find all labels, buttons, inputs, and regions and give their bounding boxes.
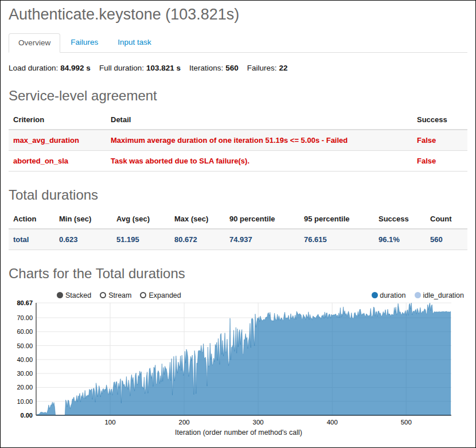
totals-cell-count: 560 xyxy=(426,229,467,250)
chart-style-stacked[interactable]: Stacked xyxy=(57,291,91,299)
sla-success: False xyxy=(412,151,467,172)
y-tick-label: 70.00 xyxy=(17,314,33,321)
totals-cell-action: total xyxy=(9,229,54,250)
y-tick-label: 40.00 xyxy=(17,356,33,363)
x-tick-label: 500 xyxy=(401,419,412,426)
legend-swatch-icon xyxy=(415,292,421,298)
durations-area-chart[interactable]: 0.0010.0020.0030.0040.0050.0060.0070.008… xyxy=(9,300,469,428)
totals-header-row: ActionMin (sec)Avg (sec)Max (sec)90 perc… xyxy=(9,209,467,229)
summary-failures: Failures:22 xyxy=(247,64,288,72)
totals-row-total: total0.62351.19580.67274.93776.61596.1%5… xyxy=(9,229,467,250)
style-controls: StackedStreamExpanded xyxy=(57,291,190,299)
sla-col-detail: Detail xyxy=(106,110,412,130)
sla-row-aborted_on_sla: aborted_on_slaTask was aborted due to SL… xyxy=(9,151,467,172)
radio-icon xyxy=(57,292,63,298)
y-tick-label: 20.00 xyxy=(17,384,33,391)
sla-success: False xyxy=(412,130,467,151)
sla-header-row: CriterionDetailSuccess xyxy=(9,110,467,130)
legend-item-idle_duration[interactable]: idle_duration xyxy=(415,291,464,299)
x-tick-label: 200 xyxy=(179,419,190,426)
y-tick-label: 50.00 xyxy=(17,342,33,349)
sla-col-success: Success xyxy=(412,110,467,130)
totals-cell-min-sec: 0.623 xyxy=(54,229,112,250)
totals-cell-90-percentile: 74.937 xyxy=(225,229,299,250)
chart-style-stream[interactable]: Stream xyxy=(100,291,131,299)
legend-item-duration[interactable]: duration xyxy=(372,291,405,299)
sla-criterion: max_avg_duration xyxy=(9,130,106,151)
totals-cell-success: 96.1% xyxy=(374,229,426,250)
totals-body: total0.62351.19580.67274.93776.61596.1%5… xyxy=(9,229,467,250)
x-tick-label: 100 xyxy=(104,419,115,426)
chart-style-expanded[interactable]: Expanded xyxy=(140,291,181,299)
tab-overview[interactable]: Overview xyxy=(9,33,60,53)
page-title: Authenticate.keystone (103.821s) xyxy=(9,4,467,25)
sla-row-max_avg_duration: max_avg_durationMaximum average duration… xyxy=(9,130,467,151)
tab-input-task[interactable]: Input task xyxy=(108,33,161,53)
x-axis-caption: Iteration (order number of method's call… xyxy=(9,428,469,437)
totals-col-max-sec: Max (sec) xyxy=(170,209,225,229)
sla-heading: Service-level agreement xyxy=(9,88,467,104)
radio-icon xyxy=(100,292,106,298)
sla-criterion: aborted_on_sla xyxy=(9,151,106,172)
totals-col-success: Success xyxy=(374,209,426,229)
chart-controls: StackedStreamExpanded durationidle_durat… xyxy=(9,291,467,299)
sla-col-criterion: Criterion xyxy=(9,110,106,130)
legend-swatch-icon xyxy=(372,292,378,298)
totals-col-action: Action xyxy=(9,209,54,229)
totals-cell-avg-sec: 51.195 xyxy=(112,229,170,250)
totals-cell-max-sec: 80.672 xyxy=(170,229,225,250)
totals-col-90-percentile: 90 percentile xyxy=(225,209,299,229)
summary-stats: Load duration:84.992 sFull duration:103.… xyxy=(9,64,467,72)
totals-heading: Total durations xyxy=(9,187,467,204)
sla-body: max_avg_durationMaximum average duration… xyxy=(9,130,467,172)
totals-col-count: Count xyxy=(426,209,467,229)
tab-bar: OverviewFailuresInput task xyxy=(9,33,467,53)
duration-area-series[interactable] xyxy=(37,303,450,415)
sla-table: CriterionDetailSuccess max_avg_durationM… xyxy=(9,110,467,172)
x-tick-label: 400 xyxy=(327,419,338,426)
y-tick-label: 30.00 xyxy=(17,370,33,377)
sla-detail: Task was aborted due to SLA failure(s). xyxy=(106,151,412,172)
totals-cell-95-percentile: 76.615 xyxy=(299,229,374,250)
x-tick-label: 300 xyxy=(253,419,264,426)
charts-heading: Charts for the Total durations xyxy=(9,266,467,282)
totals-col-95-percentile: 95 percentile xyxy=(299,209,374,229)
chart-legend: durationidle_duration xyxy=(362,291,464,299)
rally-task-report: Authenticate.keystone (103.821s) Overvie… xyxy=(0,0,476,448)
totals-col-min-sec: Min (sec) xyxy=(54,209,112,229)
y-tick-label: 10.00 xyxy=(17,398,33,405)
totals-col-avg-sec: Avg (sec) xyxy=(112,209,170,229)
radio-icon xyxy=(140,292,146,298)
y-tick-label: 60.00 xyxy=(17,328,33,335)
y-tick-label: 80.67 xyxy=(17,300,33,306)
summary-full-duration: Full duration:103.821 s xyxy=(99,64,181,72)
sla-detail: Maximum average duration of one iteratio… xyxy=(106,130,412,151)
tab-failures[interactable]: Failures xyxy=(61,33,107,53)
summary-iterations: Iterations:560 xyxy=(189,64,239,72)
totals-table: ActionMin (sec)Avg (sec)Max (sec)90 perc… xyxy=(9,209,467,250)
summary-load-duration: Load duration:84.992 s xyxy=(9,64,91,72)
y-tick-label: 0.00 xyxy=(21,412,33,419)
